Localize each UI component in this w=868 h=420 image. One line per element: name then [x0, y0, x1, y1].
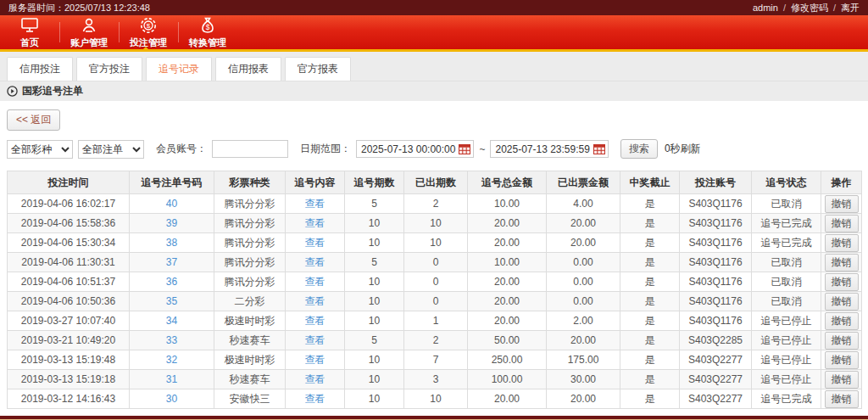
revoke-button[interactable]: 撤销 — [825, 273, 859, 291]
cell-issued: 0 — [404, 253, 468, 272]
tab-official-report[interactable]: 官方报表 — [285, 57, 351, 81]
cell-issued: 3 — [404, 370, 468, 389]
cell-action: 撤销 — [821, 350, 862, 370]
cell-action: 撤销 — [821, 389, 862, 409]
calendar-icon[interactable] — [593, 143, 605, 154]
cell-periods: 10 — [345, 350, 404, 370]
cell-periods: 10 — [345, 233, 404, 253]
view-link[interactable]: 查看 — [305, 198, 326, 210]
view-link[interactable]: 查看 — [305, 237, 326, 249]
revoke-button[interactable]: 撤销 — [825, 332, 859, 350]
revoke-button[interactable]: 撤销 — [825, 351, 859, 369]
cell-total: 20.00 — [468, 233, 547, 253]
cell-chase-content: 查看 — [286, 370, 345, 389]
cell-status: 已取消 — [752, 272, 821, 292]
cell-order-no: 35 — [130, 292, 214, 311]
revoke-button[interactable]: 撤销 — [825, 195, 859, 213]
change-password-link[interactable]: 修改密码 — [791, 2, 828, 14]
view-link[interactable]: 查看 — [305, 354, 326, 366]
cell-status: 追号已停止 — [752, 331, 821, 350]
cell-time: 2019-04-06 16:02:17 — [8, 194, 130, 214]
revoke-button[interactable]: 撤销 — [825, 371, 859, 389]
username-link[interactable]: admin — [753, 3, 778, 13]
revoke-button[interactable]: 撤销 — [825, 254, 859, 272]
cell-win_stop: 是 — [620, 350, 680, 370]
cell-win_stop: 是 — [620, 194, 680, 214]
cell-action: 撤销 — [821, 233, 862, 253]
separator: / — [783, 3, 786, 13]
nav-item-transfer[interactable]: $ 转换管理 — [178, 15, 237, 49]
cell-action: 撤销 — [821, 370, 862, 389]
col-header-issued-periods: 已出期数 — [404, 171, 468, 194]
tab-credit-bets[interactable]: 信用投注 — [7, 57, 73, 81]
cell-win_stop: 是 — [620, 214, 680, 233]
table-row: 2019-03-13 15:19:1831秒速赛车查看103100.0030.0… — [8, 370, 862, 389]
order-number-link[interactable]: 35 — [166, 295, 177, 307]
date-to-input[interactable]: 2025-07-13 23:59:59 — [490, 140, 608, 158]
revoke-button[interactable]: 撤销 — [825, 215, 859, 232]
lottery-type-select[interactable]: 全部彩种 — [7, 140, 73, 159]
col-header-chase-status: 追号状态 — [752, 171, 821, 194]
col-header-chase-periods: 追号期数 — [345, 171, 404, 194]
cell-action: 撤销 — [821, 214, 862, 233]
cell-account: S403Q1176 — [680, 272, 752, 292]
cell-total: 250.00 — [468, 350, 547, 370]
order-number-link[interactable]: 39 — [166, 217, 177, 229]
cell-periods: 10 — [345, 292, 404, 311]
user-icon — [78, 15, 100, 36]
cell-lottery: 二分彩 — [214, 292, 286, 311]
member-account-input[interactable] — [212, 140, 288, 158]
view-link[interactable]: 查看 — [305, 295, 326, 307]
view-link[interactable]: 查看 — [305, 334, 326, 346]
tab-chase-records[interactable]: 追号记录 — [146, 57, 212, 81]
date-from-input[interactable]: 2025-07-13 00:00:00 — [356, 140, 474, 158]
order-number-link[interactable]: 38 — [166, 237, 177, 249]
cell-win_stop: 是 — [620, 253, 680, 272]
revoke-button[interactable]: 撤销 — [825, 312, 859, 330]
logout-link[interactable]: 离开 — [841, 2, 860, 14]
cell-total: 10.00 — [468, 194, 547, 214]
revoke-button[interactable]: 撤销 — [825, 234, 859, 252]
cell-status: 追号已完成 — [752, 233, 821, 253]
back-button[interactable]: << 返回 — [7, 109, 60, 131]
revoke-button[interactable]: 撤销 — [825, 293, 859, 311]
order-number-link[interactable]: 34 — [166, 315, 177, 327]
cell-time: 2019-03-21 10:49:20 — [8, 331, 130, 350]
order-number-link[interactable]: 33 — [166, 334, 177, 346]
tab-credit-report[interactable]: 信用报表 — [215, 57, 281, 81]
order-number-link[interactable]: 37 — [166, 256, 177, 268]
date-range-separator: ~ — [479, 143, 485, 155]
content-area: << 返回 全部彩种 全部注单 会员账号： 日期范围： 2025-07-13 0… — [0, 101, 868, 416]
order-number-link[interactable]: 32 — [166, 354, 177, 366]
cell-action: 撤销 — [821, 311, 862, 331]
cell-issued: 0 — [404, 272, 468, 292]
revoke-button[interactable]: 撤销 — [825, 390, 859, 408]
view-link[interactable]: 查看 — [305, 217, 326, 229]
view-link[interactable]: 查看 — [305, 393, 326, 405]
cell-time: 2019-03-13 15:19:48 — [8, 350, 130, 370]
search-button[interactable]: 搜索 — [620, 139, 658, 159]
view-link[interactable]: 查看 — [305, 256, 326, 268]
order-number-link[interactable]: 36 — [166, 276, 177, 288]
calendar-icon[interactable] — [459, 143, 470, 154]
cell-lottery: 腾讯分分彩 — [214, 194, 286, 214]
order-type-select[interactable]: 全部注单 — [78, 140, 144, 159]
monitor-icon — [19, 15, 41, 36]
view-link[interactable]: 查看 — [305, 373, 326, 385]
cell-status: 追号已停止 — [752, 370, 821, 389]
nav-item-betting[interactable]: $ 投注管理 — [119, 15, 178, 49]
cell-total: 50.00 — [468, 331, 547, 350]
order-number-link[interactable]: 40 — [166, 198, 177, 210]
col-header-ticketed-amount: 已出票金额 — [547, 171, 620, 194]
nav-item-label: 账户管理 — [70, 36, 108, 49]
cell-lottery: 秒速赛车 — [214, 370, 286, 389]
view-link[interactable]: 查看 — [305, 276, 326, 288]
nav-item-accounts[interactable]: 账户管理 — [59, 15, 119, 49]
order-number-link[interactable]: 31 — [166, 373, 177, 385]
tab-official-bets[interactable]: 官方投注 — [76, 57, 142, 81]
cell-action: 撤销 — [821, 331, 862, 350]
cell-time: 2019-04-06 10:50:36 — [8, 292, 130, 311]
view-link[interactable]: 查看 — [305, 315, 326, 327]
order-number-link[interactable]: 30 — [166, 393, 177, 405]
nav-item-home[interactable]: 首页 — [0, 15, 59, 49]
